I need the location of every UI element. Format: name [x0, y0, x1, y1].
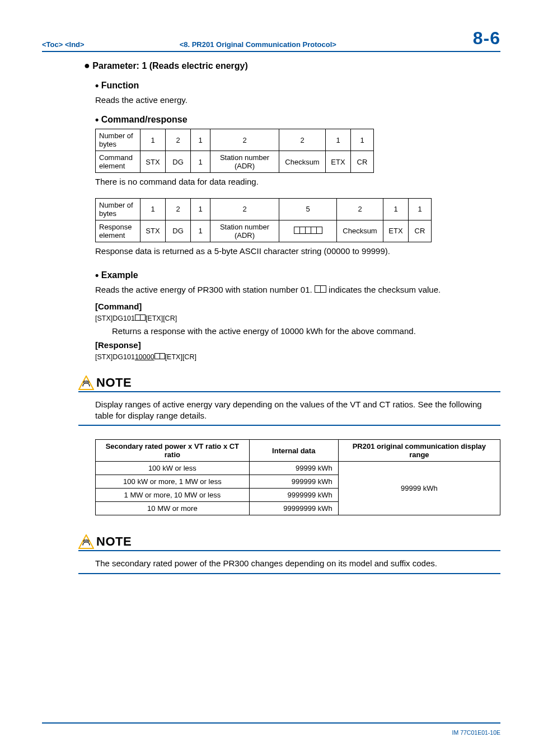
- example-heading: • Example: [95, 269, 500, 281]
- bytes-cell: 2: [210, 129, 279, 151]
- note-end-rule: [78, 573, 500, 574]
- placeholder-box-icon: [316, 227, 322, 234]
- header-pagenum: 8-6: [473, 28, 500, 49]
- range-cell: 100 kW or more, 1 MW or less: [96, 475, 250, 489]
- elem-cell: ETX: [326, 151, 351, 173]
- command-text-b: [ETX][CR]: [146, 314, 177, 322]
- note-title: NOTE: [96, 536, 132, 549]
- elem-cell: 1: [191, 151, 210, 173]
- placeholder-box-icon: [160, 353, 165, 359]
- bytes-cell: 2: [166, 129, 191, 151]
- bullet-icon: ●: [84, 60, 90, 71]
- page-header: <Toc> <Ind> <8. PR201 Original Communica…: [42, 28, 500, 49]
- function-title: Function: [101, 81, 139, 90]
- function-heading: • Function: [95, 79, 500, 91]
- elem-cell: Checksum: [279, 151, 326, 173]
- range-cell: 1 MW or more, 10 MW or less: [96, 489, 250, 502]
- range-header-1: Secondary rated power x VT ratio x CT ra…: [96, 440, 250, 462]
- elem-cell: STX: [140, 220, 166, 242]
- bytes-cell: 1: [191, 129, 210, 151]
- command-note: There is no command data for data readin…: [95, 176, 500, 187]
- table-row: Command element STX DG 1 Station number …: [96, 151, 374, 173]
- response-text-b: [ETX][CR]: [165, 353, 196, 361]
- example-intro-a: Reads the active energy of PR300 with st…: [95, 285, 315, 294]
- range-cell: 99999 kWh: [249, 462, 338, 475]
- bytes-cell: 1: [326, 129, 351, 151]
- function-text: Reads the active energy.: [95, 95, 500, 106]
- range-header-3: PR201 original communication display ran…: [338, 440, 500, 462]
- bytes-label: Number of bytes: [96, 198, 140, 220]
- elem-cell: Station number (ADR): [210, 151, 279, 173]
- elem-cell: CR: [351, 151, 374, 173]
- command-line: [STX]DG101[ETX][CR]: [95, 314, 500, 322]
- elem-cell: STX: [140, 151, 166, 173]
- bullet-icon: •: [95, 270, 99, 281]
- elem-label: Response element: [96, 220, 140, 242]
- footer-docid: IM 77C01E01-10E: [452, 729, 500, 736]
- example-returns: Returns a response with the active energ…: [95, 326, 500, 337]
- placeholder-box-icon: [140, 314, 146, 321]
- table-row: Response element STX DG 1 Station number…: [96, 220, 432, 242]
- elem-cell: DG: [166, 151, 191, 173]
- header-toc: <Toc> <Ind>: [42, 40, 85, 49]
- placeholder-box-icon: [320, 285, 326, 293]
- range-header-2: Internal data: [249, 440, 338, 462]
- note-end-rule: [78, 425, 500, 426]
- response-label: [Response]: [95, 340, 500, 351]
- elem-cell: 1: [191, 220, 210, 242]
- response-text-underline: 10000: [135, 353, 154, 361]
- cmdresp-heading: • Command/response: [95, 114, 500, 125]
- range-cell: 10 MW or more: [96, 502, 250, 515]
- note-title: NOTE: [96, 377, 132, 390]
- command-label: [Command]: [95, 301, 500, 312]
- elem-cell: Checksum: [337, 220, 383, 242]
- response-table: Number of bytes 1 2 1 2 5 2 1 1 Response…: [95, 198, 432, 242]
- example-title: Example: [101, 270, 138, 280]
- caution-icon: [78, 375, 94, 390]
- table-row: Number of bytes 1 2 1 2 5 2 1 1: [96, 198, 432, 220]
- note-header: NOTE: [78, 375, 500, 392]
- response-line: [STX]DG10110000[ETX][CR]: [95, 353, 500, 361]
- example-intro-b: indicates the checksum value.: [326, 285, 441, 294]
- response-text-a: [STX]DG101: [95, 353, 135, 361]
- table-row: 100 kW or less 99999 kWh 99999 kWh: [96, 462, 500, 475]
- header-chapter: <8. PR201 Original Communication Protoco…: [180, 40, 473, 49]
- note-text: Display ranges of active energy vary dep…: [95, 399, 500, 425]
- bytes-cell: 1: [383, 198, 409, 220]
- bullet-icon: •: [95, 114, 99, 125]
- footer-rule: [42, 722, 500, 724]
- parameter-title: Parameter: 1 (Reads electric energy): [92, 61, 247, 71]
- range-cell-merged: 99999 kWh: [338, 462, 500, 515]
- bytes-cell: 2: [166, 198, 191, 220]
- cmdresp-title: Command/response: [101, 115, 188, 124]
- note-text: The secondary rated power of the PR300 c…: [95, 558, 500, 572]
- bytes-cell: 2: [210, 198, 279, 220]
- table-row: Number of bytes 1 2 1 2 2 1 1: [96, 129, 374, 151]
- range-cell: 9999999 kWh: [249, 489, 338, 502]
- bytes-label: Number of bytes: [96, 129, 140, 151]
- range-cell: 99999999 kWh: [249, 502, 338, 515]
- command-text-a: [STX]DG101: [95, 314, 135, 322]
- caution-icon: [78, 534, 94, 549]
- parameter-heading: ● Parameter: 1 (Reads electric energy): [84, 60, 500, 72]
- bytes-cell: 1: [351, 129, 374, 151]
- range-cell: 100 kW or less: [96, 462, 250, 475]
- response-note: Response data is returned as a 5-byte AS…: [95, 246, 500, 257]
- bytes-cell: 1: [191, 198, 210, 220]
- command-table: Number of bytes 1 2 1 2 2 1 1 Command el…: [95, 129, 374, 173]
- range-cell: 999999 kWh: [249, 475, 338, 489]
- bytes-cell: 2: [337, 198, 383, 220]
- note-block: NOTE Display ranges of active energy var…: [78, 375, 500, 426]
- bytes-cell: 5: [279, 198, 337, 220]
- elem-cell: ETX: [383, 220, 409, 242]
- range-table: Secondary rated power x VT ratio x CT ra…: [95, 439, 500, 515]
- table-row: Secondary rated power x VT ratio x CT ra…: [96, 440, 500, 462]
- example-intro: Reads the active energy of PR300 with st…: [95, 284, 500, 295]
- elem-cell: CR: [409, 220, 432, 242]
- bytes-cell: 1: [140, 198, 166, 220]
- elem-label: Command element: [96, 151, 140, 173]
- bytes-cell: 1: [140, 129, 166, 151]
- elem-cell: Station number (ADR): [210, 220, 279, 242]
- note-header: NOTE: [78, 534, 500, 551]
- bytes-cell: 2: [279, 129, 326, 151]
